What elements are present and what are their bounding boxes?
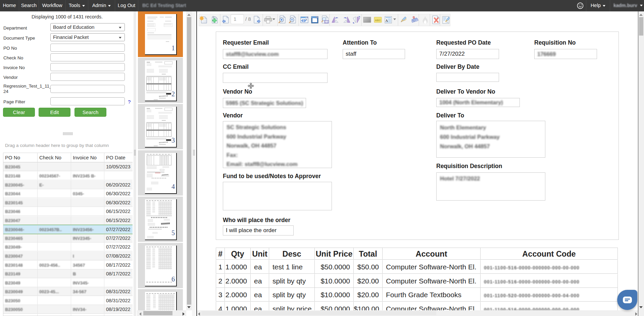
svg-text:A: A (385, 19, 388, 22)
svg-text:1:1: 1:1 (325, 21, 328, 23)
svg-text:ABC: ABC (375, 19, 381, 22)
